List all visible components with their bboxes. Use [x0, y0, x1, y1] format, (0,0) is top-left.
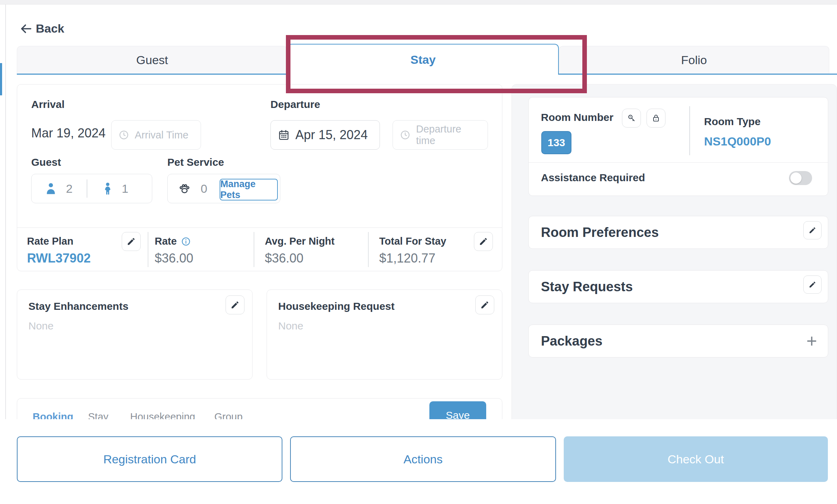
rate-value: $36.00 [155, 251, 193, 266]
pencil-icon [480, 300, 489, 309]
manage-pets-button[interactable]: Manage Pets [220, 179, 278, 200]
clock-icon [119, 130, 129, 140]
pet-count: 0 [201, 182, 207, 196]
tab-folio[interactable]: Folio [559, 46, 829, 74]
stay-requests-card: Stay Requests [528, 270, 828, 303]
rate-plan-link[interactable]: RWL37902 [27, 251, 91, 266]
stay-enhancements-title: Stay Enhancements [28, 300, 128, 312]
arrival-time-placeholder: Arrival Time [135, 129, 188, 141]
calendar-icon [278, 129, 290, 141]
avg-per-night-label: Avg. Per Night [265, 236, 335, 247]
actions-button[interactable]: Actions [290, 436, 556, 482]
edit-rate-plan-button[interactable] [122, 232, 141, 251]
edit-room-preferences-button[interactable] [803, 221, 822, 239]
rate-divider [368, 232, 369, 267]
housekeeping-request-value: None [278, 320, 303, 332]
stay-enhancements-card: Stay Enhancements None [17, 290, 253, 380]
room-card-divider [689, 106, 690, 155]
child-count: 1 [122, 182, 128, 196]
pencil-icon [809, 226, 816, 234]
toggle-knob [790, 172, 802, 184]
guest-count-label: Guest [31, 156, 61, 168]
pet-service-label: Pet Service [167, 156, 224, 168]
departure-label: Departure [270, 98, 320, 110]
add-package-button[interactable]: + [803, 333, 820, 349]
adult-count: 2 [66, 182, 73, 196]
lock-icon [651, 114, 661, 123]
arrow-left-icon [20, 22, 32, 35]
arrival-label: Arrival [31, 98, 65, 110]
room-number-badge[interactable]: 133 [541, 131, 571, 154]
tab-stay[interactable]: Stay [287, 44, 558, 75]
edit-stay-enhancements-button[interactable] [226, 295, 245, 314]
room-preferences-title: Room Preferences [541, 225, 659, 240]
rate-divider [148, 232, 148, 267]
footer-bar: Registration Card Actions Check Out [0, 419, 837, 504]
left-scroll-indicator[interactable] [0, 63, 2, 95]
avg-per-night-value: $36.00 [265, 251, 303, 266]
housekeeping-request-card: Housekeeping Request None [267, 290, 502, 380]
packages-card: Packages + [528, 325, 828, 357]
edit-rate-button[interactable] [474, 232, 493, 251]
room-key-button[interactable] [622, 109, 641, 128]
pencil-icon [127, 237, 136, 246]
key-icon [627, 113, 636, 123]
paw-icon [178, 182, 192, 196]
rate-row: Rate Plan RWL37902 Rate $36.00 Avg. Per … [17, 227, 502, 271]
room-info-card: Room Number 133 Room Type NS1Q000P0 Assi… [528, 97, 828, 196]
arrival-time-input[interactable]: Arrival Time [111, 120, 201, 150]
pencil-icon [479, 237, 488, 246]
room-type-label: Room Type [704, 116, 761, 128]
stay-requests-title: Stay Requests [541, 279, 633, 294]
room-lock-button[interactable] [647, 109, 665, 128]
top-strip [0, 0, 837, 5]
check-out-button[interactable]: Check Out [564, 436, 828, 482]
stay-details-screen: Back Guest Stay Folio Arrival Mar 19, 20… [0, 0, 837, 504]
guest-box-divider [87, 179, 87, 198]
back-label: Back [36, 22, 64, 35]
edit-housekeeping-button[interactable] [475, 295, 494, 314]
tab-bar: Guest Stay Folio [17, 45, 837, 75]
back-button[interactable]: Back [20, 22, 64, 35]
plus-icon: + [806, 331, 817, 352]
pencil-icon [230, 300, 240, 309]
room-card-hdivider [529, 162, 828, 163]
total-for-stay-label: Total For Stay [379, 236, 446, 247]
child-person-icon [101, 182, 114, 196]
stay-summary-card: Arrival Mar 19, 2024 Arrival Time Depart… [17, 84, 502, 271]
departure-date-input[interactable]: Apr 15, 2024 [270, 120, 380, 150]
adult-person-icon [43, 181, 58, 196]
guest-count-box[interactable]: 2 1 [31, 174, 152, 203]
room-type-link[interactable]: NS1Q000P0 [704, 135, 771, 148]
departure-date-value: Apr 15, 2024 [295, 128, 368, 142]
departure-time-input[interactable]: Departure time [393, 120, 488, 150]
info-icon[interactable] [181, 237, 191, 246]
assistance-required-toggle[interactable] [789, 171, 812, 185]
rate-label: Rate [155, 236, 191, 247]
packages-title: Packages [541, 334, 602, 349]
rate-divider [254, 232, 254, 267]
registration-card-button[interactable]: Registration Card [17, 436, 282, 482]
pet-service-box: 0 Manage Pets [167, 174, 280, 203]
tab-guest[interactable]: Guest [17, 46, 287, 74]
edit-stay-requests-button[interactable] [803, 275, 822, 294]
pencil-icon [809, 281, 816, 288]
housekeeping-request-title: Housekeeping Request [278, 300, 395, 312]
assistance-required-label: Assistance Required [541, 172, 645, 184]
room-preferences-card: Room Preferences [528, 216, 828, 249]
room-panel: Room Number 133 Room Type NS1Q000P0 Assi… [511, 84, 837, 425]
clock-icon [400, 130, 410, 140]
total-for-stay-value: $1,120.77 [379, 251, 435, 266]
departure-time-placeholder: Departure time [416, 123, 481, 147]
arrival-date-value[interactable]: Mar 19, 2024 [31, 126, 106, 141]
stay-enhancements-value: None [28, 320, 54, 332]
rate-plan-label: Rate Plan [27, 236, 73, 247]
room-number-label: Room Number [541, 111, 614, 123]
